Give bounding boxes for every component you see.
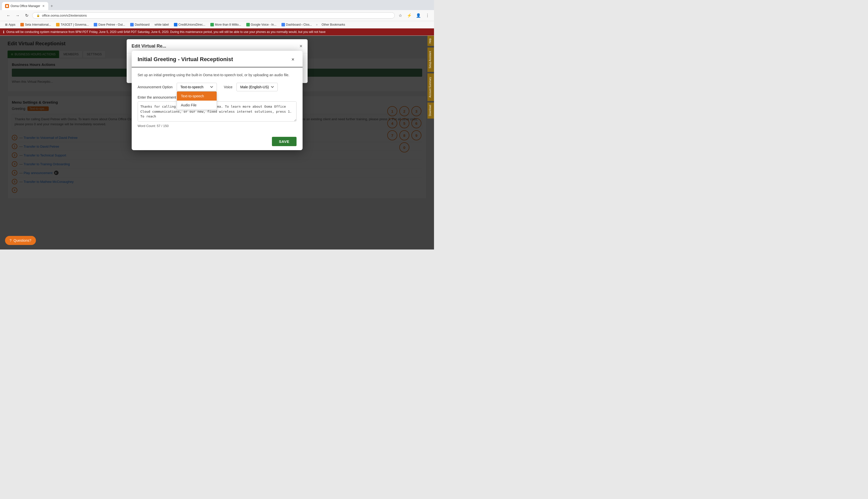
refresh-btn[interactable]: ↻ (23, 12, 30, 19)
dash2-label: Dashboard ‹ Clos... (286, 23, 312, 26)
address-bar[interactable]: 🔒 office.ooma.com/v2/extensions (32, 12, 395, 19)
tab-favicon (5, 4, 9, 8)
announcement-option-btn[interactable]: Text-to-speech (177, 83, 217, 91)
modal-footer: SAVE (132, 133, 303, 150)
dropdown-option-audio[interactable]: Audio File (177, 101, 217, 110)
bookmark-gv[interactable]: Google Voice - In... (244, 22, 278, 27)
dave-label: Dave Petree - Out... (98, 23, 125, 26)
notification-text: Ooma will be conducting system maintenan… (6, 30, 325, 34)
other-label: Other Bookmarks (322, 23, 345, 26)
account-summary-panel[interactable]: Account Summary (427, 73, 434, 101)
initial-greeting-modal: Initial Greeting - Virtual Receptionist … (132, 51, 303, 150)
more-bookmarks-indicator: » (316, 23, 318, 26)
form-row-options: Announcement Option Text-to-speech Text-… (138, 83, 297, 91)
new-tab-btn[interactable]: + (48, 2, 55, 10)
url-text: office.ooma.com/v2/extensions (42, 14, 87, 17)
menu-btn[interactable]: ⋮ (424, 12, 431, 19)
tascet-favicon (56, 23, 60, 26)
selected-option-text: Text-to-speech (180, 85, 203, 89)
dashboard-favicon (130, 23, 134, 26)
setup-assistant-panel[interactable]: Setup Assistant (427, 48, 434, 72)
announcement-dropdown-menu: Text-to-speech Audio File (177, 91, 217, 110)
bookmark-whitelabel[interactable]: white label (152, 22, 171, 27)
dave-favicon (94, 23, 97, 26)
extension-btn[interactable]: ⚡ (406, 12, 413, 19)
bookmark-more[interactable]: More than 8 Millio... (208, 22, 243, 27)
questions-icon: ? (10, 239, 12, 242)
active-tab[interactable]: Ooma Office Manager ✕ (2, 2, 48, 10)
lock-icon: 🔒 (36, 14, 40, 17)
download-panel[interactable]: Download (427, 102, 434, 119)
apps-label: Apps (9, 23, 15, 26)
modal-title: Initial Greeting - Virtual Receptionist (138, 56, 233, 63)
voice-label: Voice (224, 85, 232, 89)
nav-bar: ← → ↻ 🔒 office.ooma.com/v2/extensions ☆ … (0, 10, 434, 21)
apps-icon: ⊞ (5, 23, 8, 26)
cu-favicon (174, 23, 177, 26)
voice-selected-text: Male (English-US) (240, 85, 269, 89)
dropdown-option-tts[interactable]: Text-to-speech (177, 92, 217, 101)
profile-btn[interactable]: 👤 (415, 12, 422, 19)
voice-select-wrapper[interactable]: Male (English-US) (237, 83, 278, 91)
word-count-label: Word Count: (138, 124, 156, 128)
tab-bar: Ooma Office Manager ✕ + (0, 0, 434, 10)
back-btn[interactable]: ← (5, 12, 12, 19)
bookmark-tascet[interactable]: TASCET | Governa... (54, 22, 91, 27)
bg-modal-title: Edit Virtual Re... (132, 44, 166, 49)
notif-icon: ℹ (3, 30, 4, 34)
announcement-option-label: Announcement Option (138, 85, 173, 89)
word-count-value: 57 / 150 (157, 124, 168, 128)
bookmark-seta[interactable]: Seta International... (18, 22, 53, 27)
page-content: Edit Virtual Receptionist BUSINESS HOURS… (0, 36, 434, 250)
chevron-down-icon (210, 86, 213, 88)
gv-favicon (246, 23, 250, 26)
dash2-favicon (281, 23, 285, 26)
whitelabel-label: white label (154, 23, 169, 26)
tab-close-btn[interactable]: ✕ (42, 4, 45, 8)
bg-modal-close[interactable]: × (300, 43, 303, 49)
bookmark-other[interactable]: Other Bookmarks (320, 22, 347, 27)
more-favicon (210, 23, 214, 26)
modal-description: Set up an initial greeting using the bui… (138, 72, 297, 78)
seta-label: Seta International... (25, 23, 51, 26)
word-count: Word Count: 57 / 150 (138, 124, 297, 128)
bookmarks-bar: ⊞ Apps Seta International... TASCET | Go… (0, 21, 434, 28)
modal-header: Initial Greeting - Virtual Receptionist … (132, 51, 303, 68)
help-panel[interactable]: Help (427, 36, 434, 46)
textarea-label: Enter the announcement you... (138, 95, 297, 99)
browser-chrome: Ooma Office Manager ✕ + ← → ↻ 🔒 office.o… (0, 0, 434, 36)
questions-button[interactable]: ? Questions? (5, 236, 36, 245)
svg-point-0 (6, 5, 8, 7)
seta-favicon (20, 23, 24, 26)
questions-label: Questions? (14, 239, 32, 242)
tab-title: Ooma Office Manager (11, 4, 40, 8)
announcement-textarea[interactable] (138, 101, 297, 121)
bookmark-dave[interactable]: Dave Petree - Out... (92, 22, 127, 27)
announcement-option-select[interactable]: Text-to-speech Text-to-speech Audio File (177, 83, 217, 91)
dashboard-label: Dashboard (135, 23, 150, 26)
tascet-label: TASCET | Governa... (61, 23, 89, 26)
voice-chevron-icon (271, 86, 274, 88)
forward-btn[interactable]: → (14, 12, 21, 19)
modal-close-btn[interactable]: × (289, 56, 297, 63)
modal-body: Set up an initial greeting using the bui… (132, 68, 303, 133)
bookmark-dashboard[interactable]: Dashboard (128, 22, 152, 27)
save-button[interactable]: SAVE (272, 137, 297, 146)
bookmark-dash2[interactable]: Dashboard ‹ Clos... (279, 22, 314, 27)
gv-label: Google Voice - In... (251, 23, 276, 26)
voice-select-btn[interactable]: Male (English-US) (237, 83, 278, 91)
bookmark-star-btn[interactable]: ☆ (397, 12, 404, 19)
notification-bar: ℹ Ooma will be conducting system mainten… (0, 28, 434, 35)
bookmark-apps[interactable]: ⊞ Apps (3, 22, 17, 27)
cu-label: CreditUnionsDirec... (178, 23, 205, 26)
more-label: More than 8 Millio... (215, 23, 241, 26)
side-panels: Help Setup Assistant Account Summary Dow… (427, 36, 434, 119)
bookmark-cu[interactable]: CreditUnionsDirec... (172, 22, 207, 27)
